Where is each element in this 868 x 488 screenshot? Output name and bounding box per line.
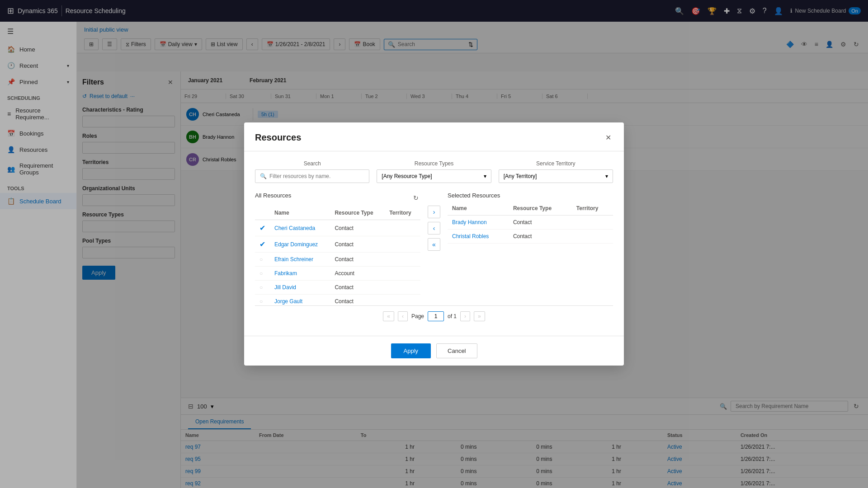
resource-name-cell: Jorge Gault	[270, 295, 330, 306]
resource-check-cell[interactable]: ○	[255, 295, 270, 306]
sel-resource-link[interactable]: Brady Hannon	[452, 219, 487, 225]
modal-filter-row: Search 🔍 Resource Types [Any Resource Ty…	[255, 160, 613, 183]
resource-name-cell: Jill David	[270, 281, 330, 295]
search-filter-label: Search	[255, 160, 369, 167]
refresh-resources-btn[interactable]: ↻	[411, 192, 420, 203]
modal-cancel-btn[interactable]: Cancel	[436, 343, 477, 358]
col-all-type: Resource Type	[330, 206, 385, 220]
resource-link[interactable]: Edgar Dominguez	[274, 241, 318, 248]
page-number-input[interactable]	[428, 311, 444, 321]
resource-type-cell: Contact	[330, 236, 385, 253]
modal-footer: Apply Cancel	[244, 336, 624, 366]
transfer-left-btn[interactable]: ‹	[428, 222, 440, 235]
resources-modal: Resources ✕ Search 🔍 Resource Types [Any…	[244, 122, 624, 366]
all-resources-pane: All Resources ↻ Name Resource Type Terri…	[255, 192, 420, 305]
transfer-all-left-btn[interactable]: «	[428, 238, 440, 251]
search-filter-input[interactable]: 🔍	[255, 169, 369, 183]
selected-resources-pane: Selected Resources Name Resource Type Te…	[448, 192, 613, 244]
modal-title: Resources	[255, 132, 301, 143]
sel-name-cell: Christal Robles	[448, 230, 509, 244]
resource-name-cell: Edgar Dominguez	[270, 236, 330, 253]
page-last-btn[interactable]: »	[474, 311, 485, 321]
resource-type-cell: Contact	[330, 220, 385, 236]
territory-select[interactable]: [Any Territory] ▾	[499, 169, 613, 183]
resource-name-cell: Cheri Castaneda	[270, 220, 330, 236]
all-resources-label: All Resources	[255, 192, 291, 199]
col-sel-name: Name	[448, 202, 509, 216]
list-item[interactable]: ○ Fabrikam Account	[255, 267, 420, 281]
resource-link[interactable]: Cheri Castaneda	[274, 225, 315, 231]
resource-territory-cell	[385, 295, 420, 306]
list-item[interactable]: ○ Jill David Contact	[255, 281, 420, 295]
resource-link[interactable]: Jorge Gault	[274, 298, 302, 305]
resource-check-cell[interactable]: ○	[255, 253, 270, 267]
resource-link[interactable]: Jill David	[274, 284, 296, 291]
sel-territory-cell	[572, 230, 613, 244]
page-next-btn[interactable]: ›	[460, 311, 470, 321]
resource-territory-cell	[385, 267, 420, 281]
sel-type-cell: Contact	[509, 216, 572, 230]
resource-type-cell: Contact	[330, 295, 385, 306]
resource-link[interactable]: Fabrikam	[274, 270, 297, 277]
resource-check-cell[interactable]: ✔	[255, 236, 270, 253]
transfer-buttons: › ‹ «	[420, 206, 448, 251]
resource-type-cell: Contact	[330, 253, 385, 267]
sel-type-cell: Contact	[509, 230, 572, 244]
modal-close-btn[interactable]: ✕	[604, 131, 613, 144]
list-item[interactable]: ✔ Cheri Castaneda Contact	[255, 220, 420, 236]
page-label: Page	[411, 313, 424, 319]
resource-name-cell: Fabrikam	[270, 267, 330, 281]
col-check	[255, 206, 270, 220]
sel-resource-link[interactable]: Christal Robles	[452, 233, 489, 239]
resource-check-cell[interactable]: ○	[255, 281, 270, 295]
unchecked-icon: ○	[259, 284, 263, 291]
resource-name-cell: Efrain Schreiner	[270, 253, 330, 267]
resource-type-cell: Account	[330, 267, 385, 281]
selected-resources-scroll: Name Resource Type Territory Brady Hanno…	[448, 202, 613, 244]
resource-lists: All Resources ↻ Name Resource Type Terri…	[255, 192, 613, 305]
resource-check-cell[interactable]: ○	[255, 267, 270, 281]
resource-territory-cell	[385, 220, 420, 236]
resource-link[interactable]: Efrain Schreiner	[274, 256, 313, 263]
modal-apply-btn[interactable]: Apply	[391, 343, 431, 358]
modal-pagination: « ‹ Page of 1 › »	[255, 305, 613, 327]
page-prev-btn[interactable]: ‹	[398, 311, 408, 321]
selected-header-row: Name Resource Type Territory	[448, 202, 613, 216]
col-all-name: Name	[270, 206, 330, 220]
chevron-territory-icon: ▾	[605, 173, 608, 179]
list-item[interactable]: Brady Hannon Contact	[448, 216, 613, 230]
resource-territory-cell	[385, 281, 420, 295]
resource-type-group: Resource Types [Any Resource Type] ▾	[377, 160, 491, 183]
territory-label: Service Territory	[499, 160, 613, 167]
resource-territory-cell	[385, 236, 420, 253]
all-resources-scroll: Name Resource Type Territory ✔ Cheri Cas…	[255, 206, 420, 305]
list-item[interactable]: ✔ Edgar Dominguez Contact	[255, 236, 420, 253]
modal-backdrop[interactable]: Resources ✕ Search 🔍 Resource Types [Any…	[0, 0, 868, 488]
selected-resources-table: Name Resource Type Territory Brady Hanno…	[448, 202, 613, 244]
list-item[interactable]: ○ Efrain Schreiner Contact	[255, 253, 420, 267]
list-item[interactable]: ○ Jorge Gault Contact	[255, 295, 420, 306]
resource-check-cell[interactable]: ✔	[255, 220, 270, 236]
page-first-btn[interactable]: «	[383, 311, 394, 321]
list-item[interactable]: Christal Robles Contact	[448, 230, 613, 244]
resource-type-label: Resource Types	[377, 160, 491, 167]
page-of-label: of 1	[448, 313, 457, 319]
resource-type-cell: Contact	[330, 281, 385, 295]
all-resources-header-row: Name Resource Type Territory	[255, 206, 420, 220]
search-filter-group: Search 🔍	[255, 160, 369, 183]
unchecked-icon: ○	[259, 298, 263, 305]
resource-search-field[interactable]	[269, 173, 364, 179]
checked-icon: ✔	[259, 224, 265, 232]
sel-name-cell: Brady Hannon	[448, 216, 509, 230]
modal-body: Search 🔍 Resource Types [Any Resource Ty…	[244, 151, 624, 336]
transfer-right-btn[interactable]: ›	[428, 206, 440, 218]
checked-icon: ✔	[259, 240, 265, 248]
search-modal-icon: 🔍	[260, 173, 267, 179]
sel-territory-cell	[572, 216, 613, 230]
modal-header: Resources ✕	[244, 122, 624, 151]
territory-value: [Any Territory]	[504, 173, 537, 179]
unchecked-icon: ○	[259, 256, 263, 263]
resource-type-select[interactable]: [Any Resource Type] ▾	[377, 169, 491, 183]
selected-resources-label: Selected Resources	[448, 192, 613, 199]
col-sel-territory: Territory	[572, 202, 613, 216]
